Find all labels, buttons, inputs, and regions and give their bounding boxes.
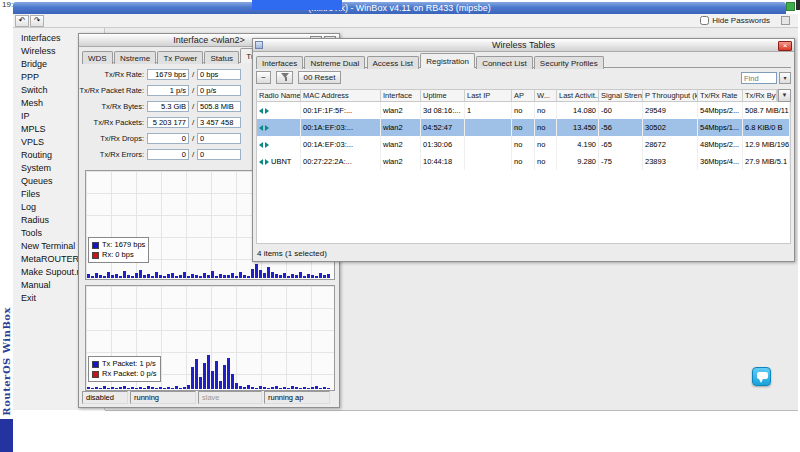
- filter-button[interactable]: [276, 71, 293, 84]
- tx-legend-swatch: [92, 242, 99, 249]
- chart-bar: [327, 388, 330, 389]
- column-ap[interactable]: AP: [512, 90, 535, 101]
- minus-icon: −: [261, 73, 266, 82]
- app-titlebar[interactable]: (MikroTik) - WinBox v4.11 on RB433 (mips…: [13, 2, 786, 14]
- chart-bar: [107, 272, 110, 278]
- chart-bar: [127, 275, 130, 278]
- find-input[interactable]: [741, 72, 777, 84]
- dropdown-icon: ▾: [783, 75, 786, 81]
- wireless-window-titlebar[interactable]: Wireless Tables ×: [253, 39, 794, 52]
- find-dropdown-button[interactable]: ▾: [779, 72, 791, 84]
- chart-bar: [103, 276, 106, 278]
- packet-rate-legend: Tx Packet: 1 p/s Rx Packet: 0 p/s: [88, 356, 161, 382]
- undo-button[interactable]: ↶: [15, 15, 29, 27]
- chart-bar: [95, 273, 98, 278]
- chart-bar: [139, 270, 142, 278]
- chart-bar: [155, 272, 158, 278]
- column-last-ip[interactable]: Last IP: [465, 90, 512, 101]
- last-activity-cell: 9.280: [557, 153, 599, 170]
- wireless-toolbar: − 00 Reset ▾: [256, 71, 791, 86]
- wds-cell: no: [535, 153, 557, 170]
- chart-bar: [255, 388, 258, 389]
- tab-wds[interactable]: WDS: [82, 51, 113, 64]
- chart-bar: [131, 276, 134, 278]
- chart-bar: [215, 361, 218, 389]
- tx-packet-legend-swatch: [92, 361, 99, 368]
- chart-bar: [247, 276, 250, 278]
- reset-button[interactable]: 00 Reset: [298, 71, 340, 84]
- chart-bar: [275, 386, 278, 389]
- background-window-fragment: [252, 0, 342, 10]
- wireless-status-bar: 4 items (1 selected): [257, 249, 327, 258]
- chart-bar: [167, 274, 170, 278]
- column-selector-button[interactable]: ▼: [778, 89, 791, 102]
- column-radio-name[interactable]: Radio Name: [257, 90, 301, 101]
- last-ip-cell: 1: [465, 102, 512, 119]
- chart-bar: [99, 275, 102, 278]
- tab-connect-list[interactable]: Connect List: [476, 56, 532, 69]
- chat-bubble-icon[interactable]: [752, 367, 771, 386]
- column-interface[interactable]: Interface: [381, 90, 421, 101]
- column-tx-rx-bytes[interactable]: Tx/Rx Bytes: [743, 90, 777, 101]
- chart-bar: [271, 387, 274, 389]
- chart-bar: [271, 272, 274, 278]
- registration-row-2[interactable]: 00:1A:EF:03:... wlan2 04:52:47 no no 13.…: [257, 119, 790, 136]
- chart-bar: [311, 275, 314, 278]
- screen: 19: (MikroTik) - WinBox v4.11 on RB433 (…: [0, 0, 800, 452]
- chart-bar: [135, 388, 138, 389]
- chart-bar: [267, 388, 270, 389]
- column-mac-address[interactable]: MAC Address: [301, 90, 381, 101]
- mac-cell: 00:1A:EF:03:...: [301, 136, 381, 153]
- chart-bar: [227, 275, 230, 278]
- tab-status[interactable]: Status: [204, 51, 239, 64]
- tab-interfaces[interactable]: Interfaces: [256, 56, 303, 69]
- tab-nstreme-dual[interactable]: Nstreme Dual: [304, 56, 365, 69]
- tab-access-list[interactable]: Access List: [367, 56, 419, 69]
- redo-button[interactable]: ↷: [30, 15, 44, 27]
- chart-bar: [275, 274, 278, 278]
- chart-bar: [259, 270, 262, 278]
- registration-row-4[interactable]: UBNT 00:27:22:2A:... wlan2 10:44:18 no n…: [257, 153, 790, 170]
- chart-bar: [279, 275, 282, 278]
- rx-bytes-value: 505.8 MiB: [197, 101, 241, 112]
- items-count-text: 4 items (1 selected): [257, 249, 327, 258]
- rate-cell: 54Mbps/2...: [698, 102, 743, 119]
- chart-bar: [287, 388, 290, 389]
- registration-row-1[interactable]: 00:1F:1F:5F:... wlan2 3d 08:16:... 1 no …: [257, 102, 790, 119]
- field-label: Tx/Rx Rate:: [79, 70, 147, 79]
- chart-bar: [303, 276, 306, 278]
- chart-bar: [87, 274, 90, 278]
- column-uptime[interactable]: Uptime: [421, 90, 465, 101]
- tx-legend-label: Tx: 1679 bps: [102, 240, 145, 250]
- ap-cell: no: [512, 119, 535, 136]
- column-signal-strength[interactable]: Signal Strengt...: [599, 90, 643, 101]
- chart-bar: [327, 274, 330, 278]
- column-last-activity[interactable]: Last Activit...: [557, 90, 599, 101]
- field-row-tx-rx-rate: Tx/Rx Rate: 1679 bps / 0 bps: [79, 66, 251, 82]
- chart-bar: [223, 275, 226, 278]
- column-p-throughput[interactable]: P Throughput (kb...: [643, 90, 698, 101]
- wireless-link-icon: [259, 158, 269, 166]
- packet-rate-chart: Tx Packet: 1 p/s Rx Packet: 0 p/s: [85, 285, 335, 391]
- chart-bar: [319, 273, 322, 278]
- throughput-cell: 28672: [643, 136, 698, 153]
- remove-button[interactable]: −: [256, 71, 271, 84]
- tab-nstreme[interactable]: Nstreme: [114, 51, 156, 64]
- chart-bar: [295, 387, 298, 389]
- close-button[interactable]: ×: [778, 41, 792, 51]
- rx-rate-value: 0 bps: [197, 69, 241, 80]
- chart-bar: [207, 275, 210, 278]
- tab-registration[interactable]: Registration: [420, 53, 475, 68]
- chart-bar: [175, 276, 178, 278]
- chart-bar: [303, 387, 306, 389]
- throughput-cell: 29549: [643, 102, 698, 119]
- hide-passwords-checkbox[interactable]: [700, 16, 709, 25]
- column-wds[interactable]: W...: [535, 90, 557, 101]
- hide-passwords-control: Hide Passwords: [700, 16, 770, 25]
- registration-row-3[interactable]: 00:1A:EF:03:... wlan2 01:30:06 no no 4.1…: [257, 136, 790, 153]
- column-tx-rx-rate[interactable]: Tx/Rx Rate: [698, 90, 743, 101]
- chart-bar: [323, 275, 326, 278]
- tab-tx-power[interactable]: Tx Power: [157, 51, 203, 64]
- throughput-cell: 30502: [643, 119, 698, 136]
- tab-security-profiles[interactable]: Security Profiles: [534, 56, 604, 69]
